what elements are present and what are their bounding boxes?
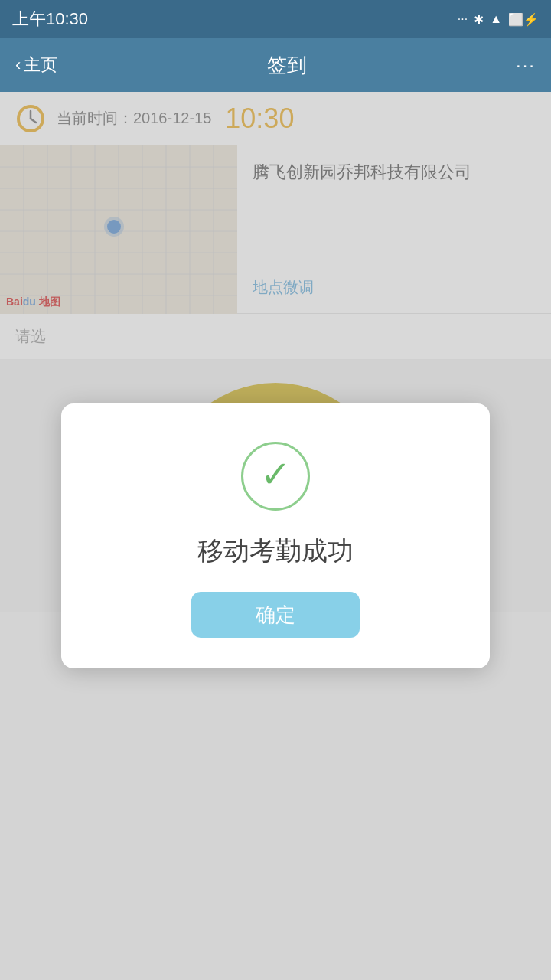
- bluetooth-icon: ✱: [474, 12, 484, 27]
- status-time: 上午10:30: [12, 8, 88, 31]
- success-message: 移动考勤成功: [197, 534, 354, 569]
- back-button[interactable]: ‹ 主页: [15, 54, 57, 77]
- back-chevron-icon: ‹: [15, 55, 21, 75]
- back-label: 主页: [24, 54, 57, 77]
- nav-bar: ‹ 主页 签到 ···: [0, 38, 551, 92]
- success-dialog: ✓ 移动考勤成功 确定: [61, 403, 490, 668]
- confirm-button[interactable]: 确定: [191, 592, 360, 638]
- status-bar: 上午10:30 ··· ✱ ▲ ⬜⚡: [0, 0, 551, 38]
- status-icons: ··· ✱ ▲ ⬜⚡: [458, 12, 539, 27]
- page-title: 签到: [267, 52, 307, 79]
- success-circle: ✓: [241, 442, 310, 511]
- battery-icon: ⬜⚡: [508, 12, 539, 27]
- main-content: 当前时间：2016-12-15 10:30: [0, 92, 551, 980]
- wifi-icon: ▲: [490, 12, 502, 26]
- checkmark-icon: ✓: [260, 456, 291, 493]
- more-button[interactable]: ···: [516, 54, 536, 76]
- signal-icon: ···: [458, 12, 468, 26]
